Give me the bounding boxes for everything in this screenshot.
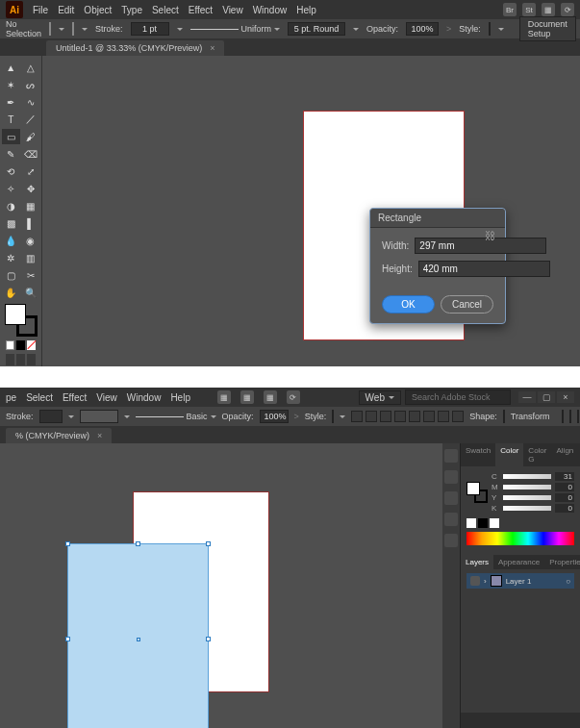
handle-top-left[interactable] (65, 541, 70, 546)
menu-view[interactable]: View (96, 392, 117, 403)
bridge-icon[interactable]: ▦ (217, 390, 231, 404)
color-mode-gradient-icon[interactable] (16, 340, 25, 350)
layer-expand-icon[interactable]: › (484, 577, 487, 586)
panel-fill-stroke-indicator[interactable] (467, 482, 488, 503)
menu-help[interactable]: Help (296, 5, 316, 15)
free-transform-tool[interactable]: ✥ (22, 181, 40, 196)
shape-icon[interactable] (503, 410, 505, 423)
search-input[interactable] (405, 389, 511, 405)
rectangle-tool[interactable]: ▭ (2, 129, 20, 144)
panel-strip-icon[interactable] (444, 449, 458, 463)
sync-icon[interactable]: ⟳ (287, 390, 300, 404)
tab-color[interactable]: Color (495, 443, 523, 466)
handle-top-right[interactable] (206, 541, 211, 546)
control-extra-1-icon[interactable] (562, 410, 564, 423)
opacity-field[interactable]: 100% (406, 22, 439, 36)
menu-help[interactable]: Help (170, 392, 190, 403)
shaper-tool[interactable]: ✎ (2, 146, 20, 162)
stroke-swatch[interactable] (72, 22, 74, 36)
tab-appearance[interactable]: Appearance (493, 555, 544, 569)
channel-c-value[interactable]: 31 (555, 472, 574, 481)
menu-type-partial[interactable]: pe (6, 392, 16, 403)
color-mode-color-icon[interactable] (6, 340, 14, 350)
eraser-tool[interactable]: ⌫ (22, 146, 40, 162)
rotate-tool[interactable]: ⟲ (2, 163, 20, 179)
canvas[interactable]: Rectangle ⛓ Width: Height: OK Cancel (42, 56, 580, 366)
tab-close-icon[interactable]: × (97, 431, 102, 440)
align-hcenter-icon[interactable] (366, 411, 377, 422)
align-right-icon[interactable] (380, 411, 391, 422)
distribute-h-icon[interactable] (438, 411, 449, 422)
constrain-proportions-icon[interactable]: ⛓ (485, 230, 495, 241)
brush-dropdown[interactable]: Basic (136, 412, 216, 421)
menu-select[interactable]: Select (152, 5, 179, 15)
column-graph-tool[interactable]: ▥ (22, 250, 40, 265)
layer-row[interactable]: › Layer 1 ○ (467, 573, 574, 589)
swatch-white-icon[interactable] (490, 518, 499, 528)
menu-effect[interactable]: Effect (63, 392, 87, 403)
ok-button[interactable]: OK (382, 295, 435, 314)
menu-select[interactable]: Select (26, 392, 53, 403)
document-tab[interactable]: Untitled-1 @ 33.33% (CMYK/Preview) × (46, 40, 224, 56)
menu-edit[interactable]: Edit (58, 5, 74, 15)
stroke-profile-field[interactable] (80, 410, 118, 423)
handle-mid-left[interactable] (65, 637, 70, 641)
symbol-sprayer-tool[interactable]: ✲ (2, 250, 20, 265)
height-input[interactable] (418, 261, 550, 277)
graphic-style-swatch[interactable] (332, 410, 334, 423)
perspective-grid-tool[interactable]: ▦ (22, 198, 40, 213)
layer-target-icon[interactable]: ○ (566, 577, 570, 586)
slider-black[interactable] (503, 506, 551, 511)
color-spectrum[interactable] (467, 532, 574, 545)
transform-label[interactable]: Transform (511, 412, 550, 421)
handle-top-mid[interactable] (136, 541, 140, 546)
menu-type[interactable]: Type (121, 5, 142, 15)
window-maximize-button[interactable]: ▢ (538, 391, 555, 403)
slider-yellow[interactable] (503, 495, 551, 500)
menu-file[interactable]: File (33, 5, 48, 15)
tab-properties[interactable]: Properties (544, 555, 580, 569)
color-mode-none-icon[interactable] (27, 340, 36, 350)
tab-close-icon[interactable]: × (210, 43, 214, 53)
tab-layers[interactable]: Layers (461, 555, 493, 569)
paintbrush-tool[interactable]: 🖌 (22, 129, 40, 144)
panel-strip-icon[interactable] (444, 491, 458, 505)
gradient-tool[interactable]: ▌ (22, 215, 40, 231)
draw-behind-icon[interactable] (16, 354, 25, 365)
sync-icon[interactable]: ⟳ (561, 3, 574, 16)
magic-wand-tool[interactable]: ✶ (2, 77, 20, 92)
channel-y-value[interactable]: 0 (555, 493, 574, 502)
canvas[interactable] (0, 443, 442, 728)
menu-effect[interactable]: Effect (189, 5, 213, 15)
control-extra-3-icon[interactable] (577, 410, 579, 423)
eyedropper-tool[interactable]: 💧 (2, 233, 20, 248)
swatch-black-icon[interactable] (478, 518, 488, 528)
align-bottom-icon[interactable] (423, 411, 435, 422)
window-close-button[interactable]: × (557, 391, 574, 403)
lasso-tool[interactable]: ᔕ (22, 77, 40, 92)
fill-stroke-indicator[interactable] (5, 304, 38, 337)
document-tab[interactable]: % (CMYK/Preview) × (6, 428, 112, 443)
menu-object[interactable]: Object (84, 5, 112, 15)
pen-tool[interactable]: ✒ (2, 94, 20, 110)
selected-rectangle[interactable] (67, 543, 209, 728)
fill-color-indicator[interactable] (5, 304, 26, 325)
panel-strip-icon[interactable] (444, 513, 458, 526)
fill-swatch[interactable] (49, 22, 51, 36)
selection-tool[interactable]: ▲ (2, 60, 20, 75)
artboard-tool[interactable]: ▢ (2, 267, 20, 283)
align-vcenter-icon[interactable] (409, 411, 420, 422)
workspace-dropdown[interactable]: Web (359, 390, 401, 405)
panel-strip-icon[interactable] (444, 534, 458, 547)
tab-colorguide[interactable]: Color G (523, 443, 551, 466)
menu-window[interactable]: Window (253, 5, 288, 15)
width-tool[interactable]: ✧ (2, 181, 20, 196)
channel-m-value[interactable]: 0 (555, 483, 574, 491)
width-input[interactable] (415, 238, 546, 254)
blend-tool[interactable]: ◉ (22, 233, 40, 248)
slider-cyan[interactable] (503, 474, 551, 479)
curvature-tool[interactable]: ∿ (22, 94, 40, 110)
cancel-button[interactable]: Cancel (441, 295, 493, 314)
type-tool[interactable]: T (2, 112, 20, 127)
swatch-none-icon[interactable] (467, 518, 476, 528)
